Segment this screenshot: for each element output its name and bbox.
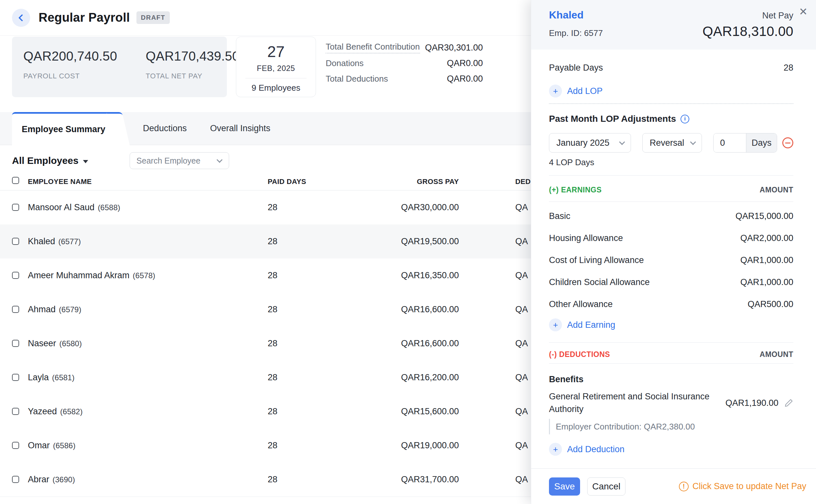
- deductions-title: (-) DEDUCTIONS: [549, 350, 610, 359]
- cancel-button[interactable]: Cancel: [587, 477, 626, 496]
- page-title: Regular Payroll: [39, 11, 130, 25]
- earning-item: Cost of Living Allowance QAR1,000.00: [549, 252, 793, 268]
- back-chevron-icon: [18, 14, 26, 21]
- employee-id: (6579): [59, 305, 81, 314]
- gross-pay-cell: QAR16,600.00: [362, 326, 459, 361]
- employee-name: Naseer: [28, 338, 56, 349]
- chevron-down-icon: [619, 139, 625, 145]
- warning-text: Click Save to update Net Pay: [693, 481, 806, 491]
- close-icon[interactable]: ✕: [797, 5, 810, 19]
- lop-controls: January 2025 Reversal Days: [549, 133, 793, 153]
- total-net-pay-label: TOTAL NET PAY: [145, 72, 239, 80]
- select-all-checkbox[interactable]: [12, 177, 19, 184]
- totals-row: Total Deductions QAR0.00: [326, 71, 483, 86]
- tab-employee-summary[interactable]: Employee Summary: [12, 112, 118, 145]
- totals-list: Total Benefit Contribution QAR30,301.00 …: [326, 40, 483, 86]
- gross-pay-cell: QAR31,700.00: [362, 463, 459, 497]
- row-checkbox[interactable]: [12, 442, 19, 449]
- paid-days-cell: 28: [268, 395, 277, 429]
- row-checkbox[interactable]: [12, 204, 19, 211]
- row-checkbox[interactable]: [12, 340, 19, 347]
- add-lop-label: Add LOP: [567, 86, 603, 96]
- column-employee-name: EMPLOYEE NAME: [28, 178, 92, 186]
- employee-id: (6581): [52, 373, 75, 382]
- total-net-pay: QAR170,439.50 TOTAL NET PAY: [145, 49, 239, 97]
- earning-amount: QAR2,000.00: [740, 233, 793, 243]
- earnings-title: (+) EARNINGS: [549, 186, 602, 194]
- employee-filter-dropdown[interactable]: All Employees: [12, 155, 88, 166]
- totals-value: QAR30,301.00: [425, 43, 483, 53]
- cost-card: QAR200,740.50 PAYROLL COST QAR170,439.50…: [12, 37, 227, 97]
- lop-adjustments-title: Past Month LOP Adjustments i: [549, 113, 793, 125]
- employee-detail-panel: ✕ Khaled Net Pay Emp. ID: 6577 QAR18,310…: [531, 0, 816, 504]
- info-icon[interactable]: i: [681, 115, 689, 123]
- paid-days-cell: 28: [268, 292, 277, 326]
- row-checkbox[interactable]: [12, 306, 19, 313]
- paid-days-cell: 28: [268, 326, 277, 361]
- lop-type-select[interactable]: Reversal: [642, 133, 702, 153]
- lop-month-select[interactable]: January 2025: [549, 133, 631, 153]
- remove-lop-row-icon[interactable]: [782, 137, 793, 148]
- payable-days-value: 28: [784, 63, 793, 73]
- paid-days-cell: 28: [268, 258, 277, 292]
- earning-item: Children Social Allowance QAR1,000.00: [549, 274, 793, 290]
- payroll-cost-value: QAR200,740.50: [23, 49, 117, 63]
- row-checkbox[interactable]: [12, 238, 19, 245]
- earning-amount: QAR15,000.00: [735, 211, 793, 221]
- earnings-amount-header: AMOUNT: [760, 186, 793, 194]
- earning-label: Basic: [549, 210, 570, 222]
- chevron-down-icon: [690, 139, 696, 145]
- row-checkbox[interactable]: [12, 374, 19, 381]
- gross-pay-cell: QAR16,350.00: [362, 258, 459, 292]
- employee-name-cell: Khaled (6577): [28, 224, 81, 258]
- gross-pay-cell: QAR19,500.00: [362, 224, 459, 258]
- add-lop-link[interactable]: + Add LOP: [549, 84, 793, 98]
- lop-days-input-group: Days: [713, 133, 777, 153]
- column-gross-pay: GROSS PAY: [362, 178, 459, 186]
- deductions-cell: QA: [515, 190, 528, 224]
- employee-id: (6578): [133, 271, 155, 280]
- tab-overall-insights[interactable]: Overall Insights: [198, 112, 282, 145]
- deductions-group-label: Benefits: [549, 373, 793, 386]
- add-deduction-label: Add Deduction: [567, 444, 625, 454]
- earning-item: Other Allowance QAR500.00: [549, 296, 793, 312]
- payable-days-label: Payable Days: [549, 63, 603, 73]
- employee-id: (6588): [98, 203, 120, 212]
- section-divider: [549, 175, 793, 176]
- tab-label: Deductions: [143, 123, 187, 133]
- tab-deductions[interactable]: Deductions: [131, 112, 198, 145]
- row-checkbox[interactable]: [12, 408, 19, 415]
- search-employee-input[interactable]: [130, 156, 208, 166]
- search-employee-box[interactable]: [130, 152, 229, 169]
- deduction-item: General Retirement and Social Insurance …: [549, 390, 793, 416]
- save-button[interactable]: Save: [549, 477, 580, 496]
- earning-item: Basic QAR15,000.00: [549, 208, 793, 224]
- payroll-cost: QAR200,740.50 PAYROLL COST: [23, 49, 117, 97]
- net-pay-label: Net Pay: [762, 11, 793, 21]
- pay-day: 27: [236, 43, 316, 61]
- edit-icon[interactable]: [784, 398, 793, 407]
- column-paid-days: PAID DAYS: [268, 178, 306, 186]
- employee-name-cell: Ameer Muhammad Akram (6578): [28, 258, 155, 292]
- lop-days-input[interactable]: [714, 133, 746, 152]
- lop-title-text: Past Month LOP Adjustments: [549, 114, 676, 124]
- deductions-header: (-) DEDUCTIONS AMOUNT: [549, 349, 793, 360]
- panel-employee-name[interactable]: Khaled: [549, 9, 584, 21]
- earning-label: Children Social Allowance: [549, 276, 650, 288]
- status-badge: DRAFT: [136, 11, 170, 24]
- add-earning-link[interactable]: + Add Earning: [549, 318, 793, 332]
- earning-label: Other Allowance: [549, 298, 613, 310]
- paid-days-cell: 28: [268, 190, 277, 224]
- net-pay-value: QAR18,310.00: [703, 24, 793, 39]
- row-checkbox[interactable]: [12, 476, 19, 483]
- row-checkbox[interactable]: [12, 272, 19, 279]
- deductions-cell: QA: [515, 258, 528, 292]
- employee-name-cell: Naseer (6580): [28, 326, 82, 361]
- back-button[interactable]: [12, 9, 30, 27]
- paid-days-cell: 28: [268, 429, 277, 463]
- payroll-cost-label: PAYROLL COST: [23, 72, 117, 80]
- warning-icon: !: [679, 482, 689, 491]
- employer-contribution-note: Employer Contribution: QAR2,380.00: [549, 419, 793, 434]
- add-deduction-link[interactable]: + Add Deduction: [549, 442, 793, 456]
- tab-label: Employee Summary: [22, 124, 105, 134]
